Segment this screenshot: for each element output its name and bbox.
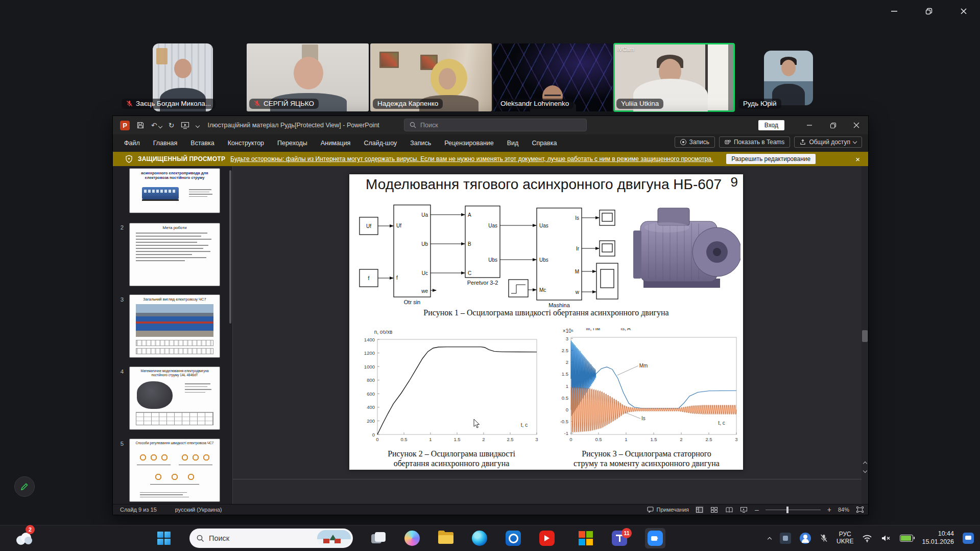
- banner-close-icon[interactable]: ×: [855, 155, 860, 164]
- undo-icon[interactable]: ↶: [151, 121, 162, 129]
- svg-text:1.5: 1.5: [650, 437, 657, 442]
- close-icon[interactable]: [959, 6, 969, 16]
- zoom-percentage[interactable]: 84%: [838, 507, 849, 513]
- teams-button[interactable]: 11: [611, 530, 628, 546]
- tray-chevron-icon[interactable]: [768, 534, 771, 543]
- reading-view-icon[interactable]: [725, 506, 733, 513]
- participant-name-label: Надежда Карпенко: [373, 99, 443, 109]
- show-in-teams-button[interactable]: Показать в Teams: [719, 136, 790, 148]
- contact-tray-icon[interactable]: [800, 533, 811, 544]
- teams-icon: [725, 139, 731, 145]
- tab-slideshow[interactable]: Слайд-шоу: [364, 140, 397, 147]
- slide-thumbnail-2[interactable]: Мета роботи: [129, 223, 220, 286]
- normal-view-icon[interactable]: [696, 506, 704, 513]
- battery-icon[interactable]: [900, 535, 913, 542]
- zoom-in-icon[interactable]: +: [827, 506, 831, 514]
- protected-view-message[interactable]: Будьте осторожны: файлы из Интернета мог…: [230, 155, 713, 163]
- slide-number-5: 5: [118, 441, 126, 447]
- tab-review[interactable]: Рецензирование: [444, 140, 494, 147]
- powerpoint-statusbar: Слайд 9 из 15 русский (Украина) Примечан…: [113, 504, 868, 515]
- outlook-button[interactable]: [505, 530, 521, 546]
- tab-help[interactable]: Справка: [532, 140, 557, 147]
- microsoft-store-button[interactable]: [578, 530, 594, 546]
- slide-thumbnail-3[interactable]: Загальний вигляд електровозу ЧС7: [129, 294, 220, 358]
- zoom-out-icon[interactable]: –: [755, 506, 759, 514]
- zoom-slider-thumb[interactable]: [786, 507, 788, 513]
- quick-access-arrow-icon[interactable]: [196, 122, 199, 129]
- taskbar-clock[interactable]: 10:44 15.01.2026: [922, 530, 954, 546]
- language-switcher[interactable]: РУС UKRE: [836, 531, 853, 545]
- participant-tile-2[interactable]: СЕРГІЙ ЯЦЬКО: [247, 43, 369, 111]
- redo-icon[interactable]: ↻: [169, 121, 175, 129]
- copilot-button[interactable]: [404, 530, 420, 546]
- next-slide-button[interactable]: [862, 467, 868, 475]
- save-icon[interactable]: [136, 121, 145, 129]
- share-button[interactable]: Общий доступ: [794, 136, 862, 148]
- participant-tile-5-active-speaker[interactable]: iVCam Yuliia Utkina: [614, 43, 734, 111]
- notification-icon[interactable]: [963, 533, 974, 544]
- participant-tile-6[interactable]: Рудь Юрій: [736, 43, 830, 111]
- ppt-close-icon[interactable]: [845, 116, 868, 134]
- tab-transitions[interactable]: Переходы: [277, 140, 307, 147]
- slide-counter[interactable]: Слайд 9 из 15: [120, 507, 157, 513]
- wifi-icon[interactable]: [862, 534, 872, 542]
- record-button[interactable]: Запись: [675, 136, 715, 148]
- ivcam-watermark: iVCam: [617, 46, 634, 52]
- tab-view[interactable]: Вид: [507, 140, 519, 147]
- task-view-button[interactable]: [370, 530, 387, 546]
- tab-record[interactable]: Запись: [410, 140, 431, 147]
- zoom-button[interactable]: [645, 528, 665, 548]
- tray-app-icon[interactable]: [780, 533, 791, 544]
- volume-muted-icon[interactable]: [881, 534, 891, 542]
- weather-widget[interactable]: 2: [13, 528, 34, 548]
- tab-file[interactable]: Файл: [124, 140, 140, 147]
- microphone-muted-tray-icon[interactable]: [820, 534, 828, 543]
- scrollbar-thumb[interactable]: [862, 330, 868, 342]
- protected-view-banner: ЗАЩИЩЕННЫЙ ПРОСМОТР Будьте осторожны: фа…: [113, 152, 868, 166]
- slide-thumbnail-4[interactable]: Математичне моделювання електродвигуна п…: [129, 366, 220, 430]
- participant-name-label: СЕРГІЙ ЯЦЬКО: [249, 99, 319, 109]
- teams-badge: 11: [622, 528, 632, 538]
- ppt-restore-icon[interactable]: [821, 116, 845, 134]
- previous-slide-button[interactable]: [862, 458, 868, 467]
- zoom-slider[interactable]: [766, 510, 821, 510]
- tab-home[interactable]: Главная: [153, 140, 178, 147]
- youtube-button[interactable]: [539, 530, 555, 546]
- search-input[interactable]: Поиск: [404, 119, 587, 131]
- minimize-icon[interactable]: [889, 6, 899, 16]
- participant-tile-3[interactable]: Надежда Карпенко: [370, 43, 492, 111]
- tab-animations[interactable]: Анимация: [321, 140, 351, 147]
- slide-thumbnail-5[interactable]: Способи регулювання швидкості електровоз…: [129, 439, 220, 502]
- notes-splitter[interactable]: [233, 479, 862, 479]
- shield-icon: [125, 155, 133, 163]
- participant-name-label: Заєць Богдан Микола...: [122, 99, 216, 109]
- notes-button[interactable]: Примечания: [647, 507, 689, 513]
- thumbnail-scrollbar[interactable]: [229, 170, 231, 324]
- enable-editing-button[interactable]: Разрешить редактирование: [726, 154, 816, 164]
- taskbar-search-input[interactable]: Поиск: [189, 529, 353, 548]
- slideshow-view-icon[interactable]: [740, 506, 748, 513]
- tab-design[interactable]: Конструктор: [228, 140, 264, 147]
- participant-tile-4[interactable]: Oleksandr Lohvinenko: [493, 43, 612, 111]
- vertical-scrollbar[interactable]: [862, 166, 868, 506]
- zoom-app-icon: [648, 531, 663, 546]
- annotation-pencil-button[interactable]: [14, 476, 35, 497]
- search-placeholder: Поиск: [420, 122, 438, 129]
- slide-page-number: 9: [731, 174, 738, 190]
- start-slideshow-icon[interactable]: [181, 122, 189, 129]
- pencil-icon: [20, 482, 29, 491]
- fit-slide-icon[interactable]: [856, 506, 864, 513]
- language-indicator[interactable]: русский (Украина): [175, 507, 222, 513]
- restore-icon[interactable]: [924, 6, 934, 16]
- file-explorer-button[interactable]: [438, 530, 454, 546]
- ppt-minimize-icon[interactable]: [798, 116, 821, 134]
- participant-tile-1[interactable]: Заєць Богдан Микола...: [119, 43, 245, 111]
- start-button[interactable]: [156, 530, 172, 546]
- slide-canvas[interactable]: Моделювання тягового асинхронного двигун…: [349, 174, 743, 470]
- tab-insert[interactable]: Вставка: [190, 140, 214, 147]
- chevron-down-icon: [853, 139, 857, 143]
- sign-in-button[interactable]: Вход: [758, 120, 784, 130]
- slide-sorter-icon[interactable]: [710, 506, 719, 513]
- slide-thumbnail-1[interactable]: асинхронного електропривода для електров…: [129, 168, 220, 213]
- edge-button[interactable]: [471, 530, 488, 546]
